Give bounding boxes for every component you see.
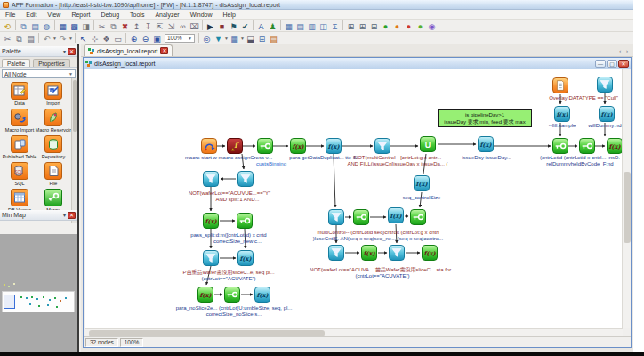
app-orange-icon[interactable]: ● bbox=[391, 20, 403, 31]
paste-icon[interactable]: ▤ bbox=[25, 33, 36, 44]
menu-debug[interactable]: Debug bbox=[95, 10, 125, 19]
zoom-out-icon[interactable]: ⊖ bbox=[140, 33, 151, 44]
flow-node-fxg[interactable]: f(x) bbox=[422, 245, 438, 261]
palette-item-macro-reservoir[interactable]: Macro Reservoir bbox=[36, 109, 70, 134]
window-tile-icon[interactable]: ⊞ bbox=[345, 20, 357, 31]
tab-properties[interactable]: Properties bbox=[33, 59, 70, 67]
document-tab[interactable]: disAssign_local.report ✕ bbox=[84, 44, 173, 56]
flow-node-key[interactable] bbox=[552, 138, 568, 154]
font-icon[interactable]: A bbox=[255, 20, 267, 31]
copy-icon[interactable]: ⧉ bbox=[13, 33, 25, 44]
status-green-icon[interactable]: ● bbox=[380, 20, 391, 31]
copy-icon[interactable]: ⧉ bbox=[18, 20, 29, 31]
flow-node-filter[interactable] bbox=[328, 245, 344, 261]
flow-node-fxg[interactable]: f(x) bbox=[290, 138, 306, 154]
menu-edit[interactable]: Edit bbox=[20, 10, 42, 19]
zoom-level-combobox[interactable]: 100%▼ bbox=[165, 34, 195, 43]
tab-close-icon[interactable]: ✕ bbox=[160, 47, 168, 54]
menu-view[interactable]: View bbox=[42, 10, 66, 19]
app-green-icon[interactable]: ● bbox=[415, 20, 426, 31]
flow-node-fx[interactable]: f(x) bbox=[554, 106, 570, 122]
flow-node-fx[interactable]: f(x) bbox=[599, 106, 615, 122]
palette-item-macro-import[interactable]: Macro Import bbox=[3, 109, 36, 134]
palette-close-icon[interactable]: ✕ bbox=[68, 48, 76, 55]
flow-node-key[interactable] bbox=[410, 209, 426, 225]
run-icon[interactable]: ▶ bbox=[205, 20, 216, 31]
cut-icon[interactable]: ✂ bbox=[2, 33, 13, 44]
flow-node-fxg[interactable]: f(x) bbox=[361, 245, 377, 261]
duplicate-icon[interactable]: ⧉ bbox=[108, 20, 119, 31]
flow-node-filter[interactable] bbox=[389, 245, 405, 261]
pin-icon[interactable]: ▾ bbox=[63, 212, 66, 218]
paste-icon[interactable]: ▤ bbox=[29, 20, 41, 31]
flow-node-filter[interactable] bbox=[374, 138, 390, 154]
validate-icon[interactable]: ✔ bbox=[239, 20, 251, 31]
flow-node-key[interactable] bbox=[237, 213, 253, 229]
layout-icon[interactable]: ◫ bbox=[318, 20, 329, 31]
pin-icon[interactable]: ▾ bbox=[63, 48, 66, 54]
menu-file[interactable]: File bbox=[0, 10, 20, 19]
flow-node-fxg[interactable]: f(x) bbox=[203, 213, 219, 229]
flow-node-union[interactable]: U bbox=[420, 136, 436, 152]
help-icon[interactable]: ◉ bbox=[426, 20, 438, 31]
minimap-thumbnail[interactable] bbox=[2, 291, 75, 312]
vertical-scrollbar[interactable] bbox=[622, 69, 631, 328]
menu-help[interactable]: Help bbox=[218, 10, 241, 19]
cut-icon[interactable]: ✂ bbox=[96, 20, 108, 31]
minimap-viewport-rect[interactable] bbox=[4, 295, 15, 309]
delete-icon[interactable]: ✖ bbox=[119, 20, 131, 31]
link-icon[interactable]: ∞ bbox=[177, 20, 189, 31]
flowchart-canvas[interactable]: is pipelineDay>1issueDay 要求 min, feed 要求… bbox=[85, 69, 623, 328]
palette-category-dropdown[interactable]: All Node▼ bbox=[2, 69, 76, 78]
flow-node-fx[interactable]: f(x) bbox=[388, 207, 404, 223]
table-view-icon[interactable]: ▤ bbox=[294, 20, 306, 31]
palette-item-repository[interactable]: Repository bbox=[36, 135, 70, 161]
flow-node-fxg[interactable]: f(x) bbox=[607, 138, 623, 154]
menu-report[interactable]: Report bbox=[66, 10, 95, 19]
flow-node-filter[interactable] bbox=[237, 171, 254, 187]
horizontal-scrollbar[interactable] bbox=[85, 328, 623, 336]
flow-node-key[interactable] bbox=[224, 287, 240, 303]
vscroll-thumb[interactable] bbox=[624, 172, 631, 243]
app-red-icon[interactable]: ● bbox=[403, 20, 415, 31]
redo-icon[interactable]: ↷ bbox=[57, 33, 68, 44]
save-all-icon[interactable]: ▩ bbox=[68, 20, 80, 31]
flow-node-fx[interactable]: f(x) bbox=[237, 250, 254, 266]
demote-icon[interactable]: ⇲ bbox=[165, 20, 177, 31]
minimap-body[interactable] bbox=[0, 234, 77, 356]
chart-tools-icon[interactable]: ▦ bbox=[229, 33, 240, 44]
deploy-icon[interactable]: ⚑ bbox=[228, 20, 239, 31]
zoom-fit-icon[interactable]: ▣ bbox=[151, 33, 163, 44]
flow-node-filter[interactable] bbox=[203, 250, 219, 266]
palette-item-sql[interactable]: SQLSQL bbox=[3, 162, 36, 188]
palette-item-file[interactable]: File bbox=[36, 162, 70, 188]
hscroll-thumb[interactable] bbox=[89, 330, 325, 336]
flow-node-fxg[interactable]: f(x) bbox=[197, 287, 213, 303]
save-icon[interactable]: ▦ bbox=[57, 20, 68, 31]
report-grid-icon[interactable]: ⊞ bbox=[256, 33, 268, 44]
export-icon[interactable]: ◨ bbox=[80, 20, 92, 31]
web-icon[interactable]: ◍ bbox=[41, 20, 52, 31]
flow-node-fx[interactable]: f(x) bbox=[414, 175, 430, 191]
zoom-in-icon[interactable]: ⊕ bbox=[128, 33, 140, 44]
flow-node-filter[interactable] bbox=[328, 209, 344, 225]
window-arrange-icon[interactable]: ⊞ bbox=[368, 20, 380, 31]
flow-node-key[interactable] bbox=[257, 138, 273, 154]
minimap-close-icon[interactable]: ✕ bbox=[68, 212, 76, 219]
move-down-icon[interactable]: ↧ bbox=[142, 20, 154, 31]
palette-scrollbar[interactable] bbox=[71, 78, 77, 223]
move-up-icon[interactable]: ↥ bbox=[131, 20, 142, 31]
flow-node-filter[interactable] bbox=[203, 171, 219, 187]
palette-item-import[interactable]: Import bbox=[36, 82, 70, 108]
filter-icon[interactable]: ▼ bbox=[213, 33, 224, 44]
chart-view-icon[interactable]: ▥ bbox=[306, 20, 318, 31]
stop-icon[interactable]: ■ bbox=[216, 20, 228, 31]
flow-node-fx[interactable]: f(x) bbox=[478, 136, 494, 152]
flow-node-warn[interactable]: f! bbox=[227, 138, 243, 154]
flow-node-key[interactable] bbox=[579, 138, 595, 154]
clear-icon[interactable]: ⌧ bbox=[189, 20, 200, 31]
report-color-icon[interactable]: ▤ bbox=[268, 33, 279, 44]
palette-item-published-table[interactable]: Published Table bbox=[3, 135, 36, 161]
flow-node-fx[interactable]: f(x) bbox=[254, 287, 270, 303]
region-icon[interactable]: ▭ bbox=[112, 33, 124, 44]
